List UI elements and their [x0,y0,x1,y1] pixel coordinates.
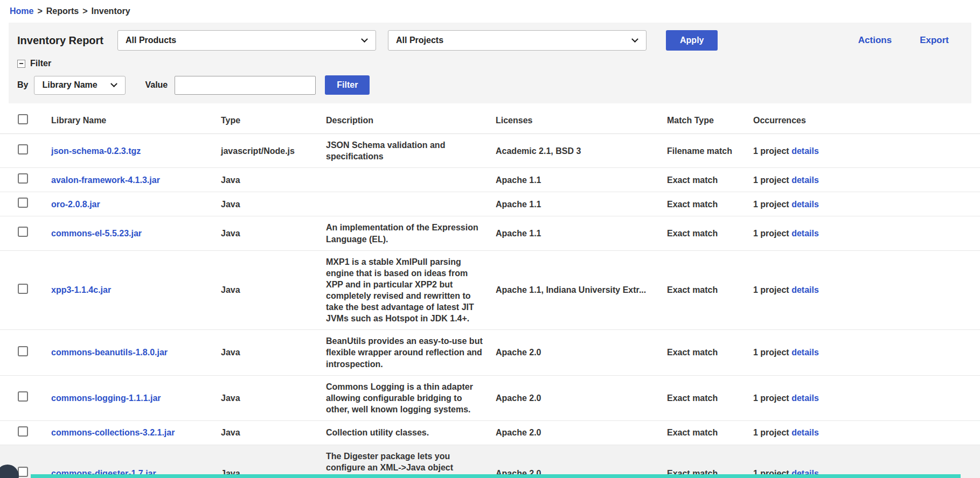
licenses-cell: Apache 1.1, Indiana University Extr... [496,250,667,330]
details-link[interactable]: details [791,393,819,403]
licenses-cell: Apache 2.0 [496,445,667,478]
product-select[interactable]: All Products [117,30,376,51]
licenses-cell: Apache 2.0 [496,420,667,445]
row-checkbox[interactable] [18,426,28,437]
description-cell [326,192,496,216]
breadcrumb-home-link[interactable]: Home [10,6,33,16]
row-checkbox[interactable] [18,284,28,294]
table-row: commons-beanutils-1.8.0.jarJavaBeanUtils… [0,330,980,375]
column-header-licenses: Licenses [496,107,667,134]
match-type-cell: Exact match [667,330,753,375]
type-cell: javascript/Node.js [221,134,326,168]
type-cell: Java [221,330,326,375]
occurrences-count: 1 project [753,146,791,156]
row-checkbox[interactable] [18,346,28,356]
details-link[interactable]: details [791,146,819,156]
collapse-filter-icon[interactable] [17,60,25,68]
inventory-table-body: json-schema-0.2.3.tgzjavascript/Node.jsJ… [0,134,980,478]
description-cell: The Digester package lets you configure … [326,445,496,478]
library-name-link[interactable]: commons-el-5.5.23.jar [51,229,142,238]
licenses-cell: Academic 2.1, BSD 3 [496,134,667,168]
type-cell: Java [221,445,326,478]
filter-section-label: Filter [30,59,51,68]
by-label: By [17,80,28,90]
match-type-cell: Exact match [667,250,753,330]
chevron-down-icon [111,80,118,87]
row-checkbox[interactable] [18,391,28,402]
match-type-cell: Exact match [667,445,753,478]
occurrences-cell: 1 project details [753,445,980,478]
report-panel: Inventory Report All Products All Projec… [9,23,971,103]
row-checkbox[interactable] [18,467,28,477]
library-name-link[interactable]: commons-beanutils-1.8.0.jar [51,348,168,357]
description-cell: An implementation of the Expression Lang… [326,216,496,250]
details-link[interactable]: details [791,200,819,209]
match-type-cell: Exact match [667,168,753,192]
filter-value-input[interactable] [175,76,316,95]
project-select[interactable]: All Projects [388,30,647,51]
occurrences-cell: 1 project details [753,330,980,375]
library-name-link[interactable]: oro-2.0.8.jar [51,200,100,209]
match-type-cell: Exact match [667,216,753,250]
type-cell: Java [221,192,326,216]
description-cell [326,168,496,192]
details-link[interactable]: details [791,229,819,238]
details-link[interactable]: details [791,348,819,357]
library-name-link[interactable]: xpp3-1.1.4c.jar [51,285,111,294]
occurrences-cell: 1 project details [753,216,980,250]
chevron-down-icon [631,36,638,43]
occurrences-cell: 1 project details [753,168,980,192]
details-link[interactable]: details [791,175,819,185]
filter-button[interactable]: Filter [325,75,370,95]
column-header-match-type: Match Type [667,107,753,134]
actions-link[interactable]: Actions [858,35,892,46]
occurrences-count: 1 project [753,393,791,403]
row-checkbox[interactable] [18,173,28,184]
column-header-type: Type [221,107,326,134]
table-row: commons-logging-1.1.1.jarJavaCommons Log… [0,375,980,420]
details-link[interactable]: details [791,285,819,294]
breadcrumb-current: Inventory [92,6,130,16]
page-title: Inventory Report [17,34,103,47]
library-name-link[interactable]: json-schema-0.2.3.tgz [51,146,141,156]
description-cell: JSON Schema validation and specification… [326,134,496,168]
occurrences-count: 1 project [753,175,791,185]
row-checkbox[interactable] [18,144,28,154]
type-cell: Java [221,375,326,420]
type-cell: Java [221,216,326,250]
project-select-value: All Projects [396,36,443,45]
select-all-checkbox[interactable] [18,114,28,124]
match-type-cell: Filename match [667,134,753,168]
description-cell: MXP1 is a stable XmlPull parsing engine … [326,250,496,330]
bottom-highlight-bar [31,474,961,478]
type-cell: Java [221,168,326,192]
library-name-link[interactable]: commons-collections-3.2.1.jar [51,428,175,437]
row-checkbox[interactable] [18,198,28,208]
description-cell: Commons Logging is a thin adapter allowi… [326,375,496,420]
licenses-cell: Apache 1.1 [496,216,667,250]
column-header-description: Description [326,107,496,134]
library-name-link[interactable]: commons-logging-1.1.1.jar [51,393,161,403]
filter-by-select-value: Library Name [42,80,97,90]
breadcrumb-separator: > [37,6,42,16]
occurrences-cell: 1 project details [753,192,980,216]
description-cell: Collection utility classes. [326,420,496,445]
table-header-row: Library Name Type Description Licenses M… [0,107,980,134]
match-type-cell: Exact match [667,375,753,420]
table-row: commons-collections-3.2.1.jarJavaCollect… [0,420,980,445]
library-name-link[interactable]: avalon-framework-4.1.3.jar [51,175,160,185]
breadcrumb-separator: > [82,6,87,16]
inventory-table: Library Name Type Description Licenses M… [0,107,980,478]
export-link[interactable]: Export [920,35,949,46]
details-link[interactable]: details [791,428,819,437]
column-header-library-name: Library Name [51,107,221,134]
breadcrumb: Home>Reports>Inventory [0,0,980,16]
licenses-cell: Apache 1.1 [496,168,667,192]
filter-by-select[interactable]: Library Name [34,76,126,95]
occurrences-count: 1 project [753,229,791,238]
column-header-occurrences: Occurrences [753,107,980,134]
row-checkbox[interactable] [18,227,28,237]
occurrences-count: 1 project [753,428,791,437]
apply-button[interactable]: Apply [666,30,718,51]
occurrences-count: 1 project [753,285,791,294]
